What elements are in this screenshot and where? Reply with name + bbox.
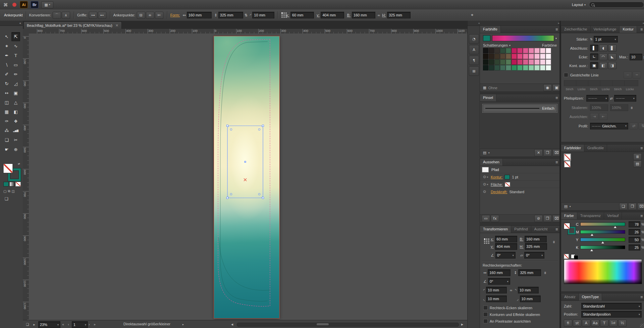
- artboard-number-field[interactable]: 1▾: [72, 321, 88, 328]
- library-name[interactable]: Ohne: [488, 86, 497, 90]
- link-rect-icon[interactable]: ∞: [543, 271, 548, 274]
- duplicate-item-button[interactable]: ❐: [543, 215, 552, 222]
- join-miter-button[interactable]: ∟: [590, 53, 598, 60]
- remove-brush-stroke-button[interactable]: ✕: [534, 149, 543, 156]
- screen-mode-button[interactable]: ❏: [5, 197, 8, 201]
- close-tab-icon[interactable]: ×: [115, 23, 118, 28]
- free-transform-tool[interactable]: ▣: [11, 89, 20, 98]
- anchor-handle[interactable]: [227, 125, 228, 127]
- channel-value-field[interactable]: 50: [629, 237, 641, 243]
- color-guide-swatch[interactable]: [546, 54, 551, 59]
- panel-menu-icon[interactable]: ≣: [554, 159, 560, 166]
- color-guide-swatch[interactable]: [517, 65, 523, 70]
- workspace-switcher[interactable]: Layout: [572, 3, 583, 7]
- scroll-right-button[interactable]: ▶: [460, 322, 465, 327]
- transform-h-label[interactable]: H:: [520, 244, 524, 249]
- color-guide-swatch[interactable]: [540, 48, 545, 53]
- pixel-grid-checkbox[interactable]: [483, 319, 488, 323]
- color-guide-swatch[interactable]: [534, 48, 540, 53]
- channel-value-field[interactable]: 25: [629, 244, 641, 251]
- remove-anchors-button[interactable]: ⊟: [137, 12, 145, 19]
- constrain-icon[interactable]: ⇅: [245, 13, 248, 17]
- convert-to-smooth-button[interactable]: ⌒: [53, 12, 61, 19]
- corner-bl-field[interactable]: 10 mm: [486, 295, 507, 302]
- flag-outline-dashed-path[interactable]: [218, 39, 270, 306]
- color-guide-swatch[interactable]: [517, 54, 523, 59]
- color-guide-swatch[interactable]: [546, 48, 551, 53]
- shape-link[interactable]: Form:: [170, 13, 180, 17]
- gradient-tool[interactable]: ◧: [11, 107, 20, 116]
- shear-angle-field[interactable]: 0°▾: [524, 252, 544, 259]
- channel-slider-track[interactable]: [580, 245, 625, 249]
- discretionary-ligatures-button[interactable]: st: [573, 320, 581, 327]
- height-label[interactable]: H:: [382, 13, 386, 17]
- color-guide-swatch[interactable]: [512, 48, 517, 53]
- tab-pathfinder[interactable]: Pathfind: [511, 226, 531, 233]
- harmony-colors-bar[interactable]: [492, 35, 554, 41]
- tab-farbhilfe[interactable]: Farbhilfe: [480, 26, 501, 33]
- color-guide-swatch[interactable]: [506, 59, 511, 65]
- arrowhead-end-dropdown[interactable]: ———▾: [614, 95, 636, 102]
- stroke-color-chip[interactable]: [504, 175, 510, 179]
- panel-menu-icon[interactable]: ≣: [639, 293, 644, 300]
- arrowhead-start-dropdown[interactable]: ———▾: [586, 95, 608, 102]
- dashed-line-checkbox[interactable]: [564, 73, 568, 77]
- color-spectrum[interactable]: [564, 259, 642, 284]
- transform-x-field[interactable]: 60 mm: [495, 236, 517, 242]
- color-guide-swatch[interactable]: [506, 54, 511, 59]
- position-dropdown[interactable]: Standardposition▾: [581, 311, 642, 318]
- document-tab[interactable]: Beachflag_Mobilfunk.ai* bei 23 % (CMYK/V…: [23, 21, 122, 29]
- panel-menu-icon[interactable]: ≣: [554, 94, 560, 101]
- color-button[interactable]: [3, 182, 9, 186]
- color-guide-swatch[interactable]: [529, 54, 534, 59]
- limit-library-icon[interactable]: ▦: [482, 85, 488, 91]
- dash-align-button[interactable]: ╍: [633, 71, 641, 78]
- new-swatch-button[interactable]: ❐: [628, 203, 637, 210]
- live-corner-widget[interactable]: [258, 193, 260, 195]
- corner-radius-field[interactable]: 10 mm: [252, 12, 274, 18]
- line-tool[interactable]: ∖: [2, 60, 11, 69]
- magic-wand-tool[interactable]: ✶: [2, 42, 11, 51]
- direct-selection-tool[interactable]: ⇱: [11, 32, 20, 41]
- tab-grafikstile[interactable]: Grafikstile: [584, 145, 607, 152]
- rectangle-tool[interactable]: ▭: [11, 60, 20, 69]
- zoom-tool[interactable]: ⊕: [11, 145, 20, 154]
- stroke-align-center-button[interactable]: ▣: [590, 62, 598, 69]
- arrow-align-end-button[interactable]: ⇤: [599, 113, 607, 120]
- stylistic-alternates-button[interactable]: Aa: [591, 320, 599, 327]
- status-artboard-icon[interactable]: ❏: [25, 322, 30, 327]
- list-view-button[interactable]: ≣: [633, 153, 642, 160]
- tab-pinsel[interactable]: Pinsel: [480, 94, 496, 101]
- expand-triangle-icon[interactable]: ▸: [487, 183, 491, 186]
- anchor-handle[interactable]: [262, 125, 264, 127]
- ruler-origin-corner[interactable]: [23, 29, 29, 34]
- opacity-link[interactable]: Deckkraft:: [491, 190, 507, 194]
- swap-arrowheads-icon[interactable]: ⇄: [610, 97, 612, 100]
- corner-br-field[interactable]: 10 mm: [520, 295, 541, 302]
- horizontal-scrollbar[interactable]: [237, 323, 459, 327]
- arrow-scale-start-field[interactable]: 100%: [590, 104, 608, 111]
- tab-zeichenflaeche[interactable]: Zeichenfläche: [561, 26, 591, 33]
- anchor-handle[interactable]: [262, 197, 264, 199]
- brush-item[interactable]: Einfach: [482, 104, 557, 113]
- blend-tool[interactable]: ❖: [11, 117, 20, 126]
- x-label[interactable]: x:: [286, 13, 289, 17]
- resize-grip[interactable]: [640, 324, 644, 328]
- y-label[interactable]: y:: [317, 13, 320, 17]
- draw-inside-button[interactable]: ◫: [12, 189, 15, 193]
- color-guide-swatch[interactable]: [534, 59, 540, 65]
- shape-width-field[interactable]: 160 mm: [187, 12, 212, 18]
- color-guide-swatch[interactable]: [517, 59, 523, 65]
- y-field[interactable]: 404 mm: [321, 12, 344, 18]
- gradient-center-cross[interactable]: [244, 178, 247, 181]
- next-artboard-button[interactable]: ›: [87, 322, 92, 327]
- connect-anchors-button[interactable]: ∞: [146, 12, 154, 19]
- color-guide-swatch[interactable]: [494, 54, 500, 59]
- channel-slider-track[interactable]: [580, 222, 625, 226]
- artboard-tool[interactable]: ❏: [2, 135, 11, 145]
- fill-link[interactable]: Fläche:: [491, 182, 503, 186]
- color-guide-swatch[interactable]: [523, 65, 528, 70]
- clear-appearance-button[interactable]: ⊘: [534, 215, 543, 222]
- flip-across-button[interactable]: ⇅: [639, 122, 644, 129]
- fractions-button[interactable]: ½: [618, 320, 627, 327]
